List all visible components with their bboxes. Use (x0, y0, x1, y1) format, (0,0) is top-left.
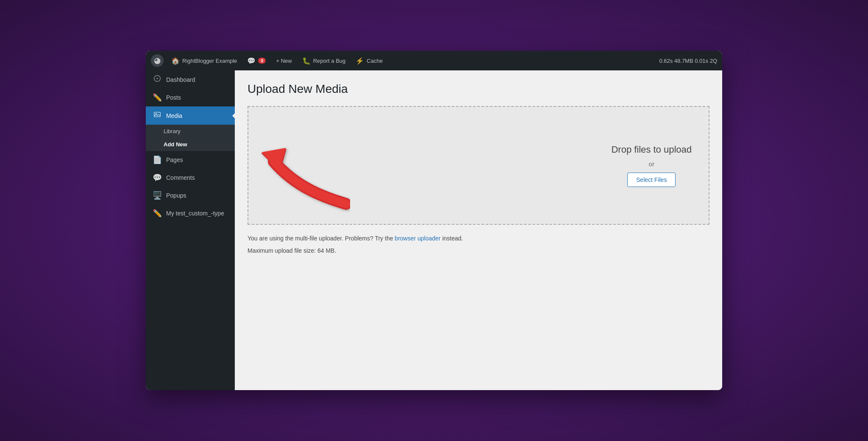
media-submenu: Library Add New (146, 125, 235, 151)
main-content: Upload New Media (235, 70, 722, 390)
dashboard-label: Dashboard (166, 76, 195, 83)
sidebar-item-dashboard[interactable]: Dashboard (146, 70, 235, 89)
upload-drop-area[interactable]: Drop files to upload or Select Files (248, 106, 709, 225)
posts-icon: ✏️ (153, 93, 162, 102)
comments-sidebar-icon: 💬 (153, 173, 162, 182)
sidebar-item-posts[interactable]: ✏️ Posts (146, 89, 235, 106)
drop-or-text: or (649, 160, 654, 167)
cache-icon: ⚡ (356, 57, 364, 65)
cache-label: Cache (367, 58, 383, 64)
sidebar-item-media[interactable]: Media (146, 106, 235, 125)
select-files-button[interactable]: Select Files (627, 173, 676, 187)
site-name-bar-item[interactable]: 🏠 RightBlogger Example (167, 51, 241, 70)
browser-uploader-link[interactable]: browser uploader (395, 235, 440, 242)
comments-badge: 0 (258, 58, 266, 64)
performance-stats: 0.62s 48.7MB 0.01s 2Q (659, 58, 717, 64)
sidebar-menu: Dashboard ✏️ Posts Media Library (146, 70, 235, 222)
sidebar-item-popups[interactable]: 🖥️ Popups (146, 187, 235, 204)
sidebar-item-comments[interactable]: 💬 Comments (146, 169, 235, 187)
custom-label: My test_custom_-type (166, 210, 224, 217)
sidebar: Dashboard ✏️ Posts Media Library (146, 70, 235, 390)
stats-text: 0.62s 48.7MB 0.01s 2Q (659, 58, 717, 64)
admin-bar: ◕ 🏠 RightBlogger Example 💬 0 + New 🐛 Rep… (146, 51, 722, 70)
svg-point-1 (156, 78, 158, 79)
page-title: Upload New Media (248, 82, 709, 96)
add-new-label: Add New (164, 141, 187, 148)
home-icon: 🏠 (171, 57, 180, 65)
sidebar-sub-library[interactable]: Library (146, 125, 235, 138)
pages-label: Pages (166, 156, 183, 163)
comments-icon: 💬 (247, 57, 256, 65)
bug-bar-item[interactable]: 🐛 Report a Bug (298, 51, 350, 70)
sidebar-sub-add-new[interactable]: Add New (146, 138, 235, 151)
sidebar-item-custom[interactable]: ✏️ My test_custom_-type (146, 204, 235, 222)
wp-body: Dashboard ✏️ Posts Media Library (146, 70, 722, 390)
pages-icon: 📄 (153, 155, 162, 165)
bug-label: Report a Bug (313, 58, 346, 64)
comments-label: Comments (166, 174, 195, 181)
upload-info: You are using the multi-file uploader. P… (248, 233, 709, 256)
wp-logo[interactable]: ◕ (151, 54, 164, 67)
posts-label: Posts (166, 94, 181, 101)
max-size-text: Maximum upload file size: 64 MB. (248, 246, 709, 256)
svg-rect-2 (154, 112, 160, 117)
uploader-info-text: You are using the multi-file uploader. P… (248, 235, 395, 242)
svg-marker-4 (261, 149, 287, 172)
new-bar-item[interactable]: + New (272, 51, 296, 70)
cache-bar-item[interactable]: ⚡ Cache (351, 51, 387, 70)
bug-icon: 🐛 (302, 57, 311, 65)
library-label: Library (164, 128, 181, 134)
media-label: Media (166, 112, 182, 119)
new-label: + New (276, 58, 292, 64)
popups-icon: 🖥️ (153, 191, 162, 200)
dashboard-icon (153, 75, 162, 84)
custom-icon: ✏️ (153, 209, 162, 218)
sidebar-item-pages[interactable]: 📄 Pages (146, 151, 235, 169)
uploader-info-line: You are using the multi-file uploader. P… (248, 233, 709, 244)
comments-bar-item[interactable]: 💬 0 (243, 51, 270, 70)
uploader-info-end: instead. (441, 235, 463, 242)
wordpress-window: ◕ 🏠 RightBlogger Example 💬 0 + New 🐛 Rep… (146, 51, 722, 390)
site-name-label: RightBlogger Example (182, 58, 237, 64)
drop-text: Drop files to upload (611, 144, 692, 155)
upload-drop-content: Drop files to upload or Select Files (611, 144, 692, 187)
red-arrow-annotation (257, 145, 350, 214)
svg-marker-5 (262, 148, 286, 171)
popups-label: Popups (166, 192, 186, 199)
media-icon (153, 111, 162, 120)
active-caret (232, 112, 235, 119)
